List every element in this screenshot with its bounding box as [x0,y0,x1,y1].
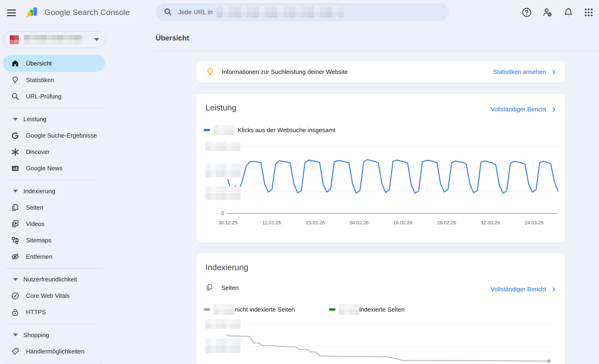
sidebar-divider [6,108,103,108]
apps-grid-icon[interactable] [583,7,594,17]
sidebar-item-sitemaps[interactable]: Sitemaps [0,232,108,248]
sidebar-divider [6,324,103,324]
eye-off-icon [10,252,20,261]
notifications-icon[interactable] [563,7,574,18]
sidebar-item-label: Videos [26,220,44,228]
x-tick-label: 28.02.26 [429,220,464,225]
sidebar-item-label: Seiten [26,204,43,211]
search-placeholder: Jede URL in [178,9,213,16]
redacted-y-tick [205,186,240,200]
property-favicon [10,35,19,44]
home-icon [10,59,20,68]
top-bar: Google Search Console Jede URL in [0,0,599,25]
brand[interactable]: Google Search Console [26,0,130,25]
redacted-y-tick [205,164,240,177]
sidebar-item-url-pruefung[interactable]: URL-Prüfung [0,88,108,104]
section-shopping[interactable]: Shopping [0,327,108,343]
sidebar-item-label: Übersicht [26,60,52,67]
svg-text:G: G [13,167,16,170]
sidebar-item-seiten[interactable]: Seiten [0,199,108,216]
sidebar-item-google-suche-ergebnisse[interactable]: Google Suche-Ergebnisse [0,128,108,144]
search-icon [10,92,20,101]
lightbulb-icon [10,75,20,85]
caret-down-icon [13,278,18,281]
google-g-icon [10,131,20,140]
sidebar-item-videos[interactable]: Videos [0,216,108,232]
x-tick-label: 04.02.26 [342,220,377,225]
chevron-down-icon [94,38,99,41]
sidebar-item-google-news[interactable]: G Google News [0,160,108,177]
search-console-logo-icon [26,5,40,20]
sidebar-item-label: Core Web Vitals [26,292,70,299]
topbar-icons [521,0,594,25]
sidebar-item-label: Händlermöglichkeiten [26,348,84,355]
url-inspection-search[interactable]: Jede URL in [156,3,449,21]
lightbulb-tip-icon [205,67,215,77]
sidebar-item-label: Discover [26,148,50,156]
sidebar-item-label: HTTPS [26,309,46,316]
brand-name: Google Search Console [44,8,130,17]
caret-down-icon [13,190,18,192]
header-divider [154,51,599,51]
x-tick-label: 11.01.26 [254,220,289,225]
sidebar-item-statistiken[interactable]: Statistiken [0,72,108,88]
lock-icon [10,308,20,317]
redacted-property-url [216,7,344,17]
search-icon [164,8,172,17]
tag-icon [10,347,20,356]
sidebar-item-discover[interactable]: Discover [0,144,108,160]
x-tick-label: 12.03.26 [473,220,508,225]
sidebar-item-label: Entfernen [26,253,53,260]
property-selector[interactable] [3,31,106,48]
caret-down-icon [13,118,18,121]
x-tick-label: 30.12.25 [210,220,246,225]
section-label: Indexierung [23,188,55,195]
sidebar-item-uebersicht[interactable]: Übersicht [3,55,105,72]
video-pages-icon [10,219,20,229]
pages-icon [10,203,20,212]
main-content: Übersicht Informationen zur Suchleistung… [154,25,599,364]
sidebar-item-core-web-vitals[interactable]: Core Web Vitals [0,288,108,304]
sidebar-item-entfernen[interactable]: Entfernen [0,248,108,265]
sidebar-divider [6,268,103,269]
section-label: Leistung [23,116,46,123]
sidebar-item-label: Google News [26,165,62,172]
page-title: Übersicht [156,34,189,42]
indexing-card: Indexierung Seiten Vollständiger Bericht… [196,253,565,364]
caret-down-icon [13,334,18,336]
indexing-chart[interactable] [196,253,565,364]
sidebar-item-label: Google Suche-Ergebnisse [26,132,97,139]
sidebar-divider [6,363,103,363]
view-insights-link[interactable]: Statistiken ansehen [493,68,557,76]
sidebar-nav: Übersicht Statistiken URL-Prüfung [0,55,108,364]
x-tick-label: 16.02.26 [385,220,421,225]
performance-card: Leistung Vollständiger Bericht Klicks au… [196,94,565,243]
sitemap-icon [10,235,20,245]
x-tick-label: 23.01.26 [298,220,333,225]
news-icon: G [10,164,20,173]
insights-banner: Informationen zur Suchleistung deiner We… [196,61,565,83]
manage-users-icon[interactable] [542,7,553,18]
help-icon[interactable] [521,7,532,18]
sidebar: Übersicht Statistiken URL-Prüfung [0,25,108,364]
sidebar-item-label: URL-Prüfung [26,93,62,100]
section-label: Nutzerfreundlichkeit [23,276,77,283]
redacted-y-tick [205,338,240,353]
performance-chart[interactable] [196,94,565,243]
menu-icon[interactable] [7,8,21,18]
chevron-right-icon [551,69,557,75]
section-leistung[interactable]: Leistung [0,111,108,128]
sidebar-item-label: Sitemaps [26,237,51,244]
section-label: Shopping [23,331,49,339]
section-indexierung[interactable]: Indexierung [0,183,108,199]
sidebar-item-https[interactable]: HTTPS [0,304,108,321]
section-nutzerfreundlichkeit[interactable]: Nutzerfreundlichkeit [0,271,108,288]
redacted-y-tick [205,142,240,151]
y-axis-zero-label: 0 [212,210,224,217]
sidebar-item-label: Statistiken [26,77,54,84]
sidebar-divider [6,180,103,180]
x-tick-label: 24.03.26 [517,220,552,225]
insights-banner-text: Informationen zur Suchleistung deiner We… [222,68,348,76]
redacted-y-tick [205,319,240,329]
sidebar-item-haendlermoeglichkeiten[interactable]: Händlermöglichkeiten [0,343,108,360]
